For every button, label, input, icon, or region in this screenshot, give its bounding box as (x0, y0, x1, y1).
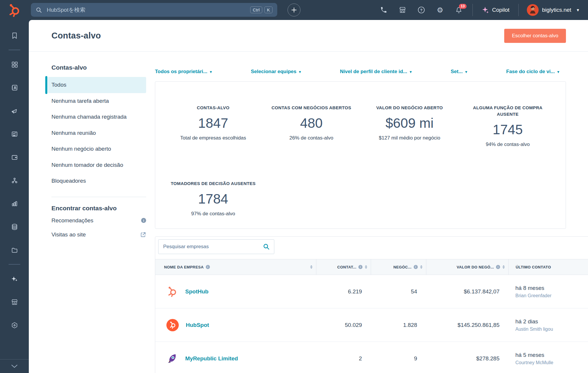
sidebar-item-nenhum-negocio[interactable]: Nenhum negócio aberto (48, 141, 146, 157)
global-search[interactable]: Ctrl K (31, 3, 277, 17)
sidebar-item-bloqueadores[interactable]: Bloqueadores (48, 173, 146, 189)
company-search-input[interactable] (163, 243, 263, 250)
list-item-label: Todos (51, 82, 66, 88)
notifications-button[interactable]: 13 (450, 6, 468, 14)
storefront-icon (11, 298, 18, 306)
stat-caption: 26% de contas-alvo (262, 135, 360, 141)
settings-button[interactable]: ⚙ (431, 6, 450, 14)
list-item-label: Recomendações (51, 217, 93, 224)
column-header-deals[interactable]: NEGÓC... i (371, 259, 426, 275)
create-button[interactable] (288, 4, 300, 16)
sort-toggle[interactable] (365, 265, 367, 269)
sidebar-item-content[interactable] (0, 122, 29, 146)
filter-label: Set... (451, 69, 463, 74)
chevron-down-icon: ▼ (576, 8, 580, 12)
calling-button[interactable] (374, 6, 393, 14)
divider (51, 197, 146, 197)
sidebar-item-nenhuma-tarefa[interactable]: Nenhuma tarefa aberta (48, 93, 146, 109)
sort-toggle[interactable] (502, 265, 505, 269)
sidebar-item-bookmarks[interactable] (0, 24, 29, 47)
selected-indicator-bar (45, 76, 47, 94)
sidebar-collapse-button[interactable] (0, 359, 29, 373)
search-shortcut: Ctrl K (250, 6, 273, 13)
sidebar-item-nenhuma-chamada[interactable]: Nenhuma chamada registrada (48, 109, 146, 125)
page-title: Contas-alvo (51, 31, 101, 41)
info-icon[interactable]: i (141, 218, 146, 223)
company-name-link[interactable]: HubSpot (186, 322, 209, 328)
deal-value-cell: $278.285 (426, 342, 508, 373)
sidebar-item-apps[interactable] (0, 314, 29, 337)
help-button[interactable]: ? (412, 6, 431, 14)
account-label: biglytics.net (542, 7, 571, 13)
info-icon[interactable]: i (414, 265, 418, 269)
external-link-icon (140, 232, 146, 238)
sidebar-item-marketing[interactable] (0, 99, 29, 122)
sidebar-item-marketplace[interactable] (0, 290, 29, 314)
filter-icp-dropdown[interactable]: Nível de perfil de cliente id...▼ (340, 69, 412, 75)
sidebar-item-recomendacoes[interactable]: Recomendações i (51, 214, 146, 228)
sidebar-item-nenhuma-reuniao[interactable]: Nenhuma reunião (48, 125, 146, 141)
top-navigation-bar: Ctrl K (0, 0, 588, 20)
column-header-company-name[interactable]: NOME DA EMPRESA i (155, 259, 316, 275)
sort-toggle[interactable] (310, 265, 313, 269)
keycap-k: K (264, 6, 273, 13)
table-row[interactable]: HubSpot 50.029 1.828 $145.250.861,85 há … (155, 308, 588, 342)
global-search-input[interactable] (46, 6, 250, 14)
sort-toggle[interactable] (420, 265, 422, 269)
sparkle-icon (11, 275, 18, 283)
copilot-button[interactable]: Copilot (477, 6, 514, 14)
column-label: ÚLTIMO CONTATO (516, 265, 551, 269)
last-contact-person: Courtney McMulle (515, 360, 553, 365)
filter-lifecycle-dropdown[interactable]: Fase do ciclo de vi...▼ (506, 69, 560, 75)
hubspot-logo[interactable] (7, 3, 22, 18)
filter-label: Todos os proprietári... (155, 69, 207, 74)
sidebar-item-data[interactable] (0, 215, 29, 238)
company-name-link[interactable]: SpotHub (185, 288, 208, 295)
account-menu[interactable]: biglytics.net ▼ (523, 4, 580, 16)
sidebar-item-ai[interactable] (0, 267, 29, 290)
sidebar-item-visitas-ao-site[interactable]: Visitas ao site (51, 228, 146, 242)
table-row[interactable]: SpotHub 6.219 54 $6.137.842,07 há 8 mese… (155, 275, 588, 308)
marketplace-button[interactable] (393, 6, 412, 14)
company-name-link[interactable]: MyRepublic Limited (185, 355, 238, 362)
last-contact-person: Austin Smith ligou (515, 327, 553, 332)
filter-owners-dropdown[interactable]: Todos os proprietári...▼ (155, 69, 213, 75)
stat-caption: Total de empresas escolhidas (164, 135, 262, 141)
filter-setor-dropdown[interactable]: Set...▼ (451, 69, 468, 75)
column-header-last-contact[interactable]: ÚLTIMO CONTATO (508, 259, 588, 275)
list-item-label: Nenhuma chamada registrada (51, 114, 127, 120)
info-icon[interactable]: i (358, 265, 363, 269)
column-header-contacts[interactable]: CONTAT... i (316, 259, 371, 275)
stat-title: ALGUMA FUNÇÃO DE COMPRA AUSENTE (464, 105, 552, 117)
sidebar-item-commerce[interactable] (0, 146, 29, 169)
stat-card-valor-negocio: VALOR DO NEGÓCIO ABERTO $609 mi $127 mil… (360, 105, 459, 159)
search-icon[interactable] (263, 243, 270, 250)
table-row[interactable]: MyRepublic Limited 2 9 $278.285 há 5 mes… (155, 342, 588, 373)
info-icon[interactable]: i (496, 265, 500, 269)
company-search[interactable] (158, 239, 274, 254)
column-label: NEGÓC... (393, 265, 412, 269)
column-header-deal-value[interactable]: VALOR DO NEGÓ... i (426, 259, 508, 275)
plus-icon (291, 7, 297, 13)
sidebar-item-todos[interactable]: Todos (48, 77, 146, 93)
bar-chart-icon (11, 200, 18, 207)
chevron-down-icon: ▼ (557, 70, 560, 74)
list-item-label: Bloqueadores (51, 178, 86, 184)
sidebar-item-reporting[interactable] (0, 192, 29, 215)
info-icon[interactable]: i (206, 265, 210, 269)
choose-target-accounts-button[interactable]: Escolher contas-alvo (504, 29, 566, 43)
sidebar-item-nenhum-tomador[interactable]: Nenhum tomador de decisão (48, 157, 146, 173)
filter-teams-dropdown[interactable]: Selecionar equipes▼ (251, 69, 302, 75)
target-accounts-sidebar: Contas-alvo Todos Nenhuma tarefa aberta … (29, 52, 155, 373)
svg-text:?: ? (420, 8, 422, 12)
sidebar-item-workspaces[interactable] (0, 53, 29, 76)
contacts-cell: 50.029 (316, 308, 371, 342)
myrepublic-logo (166, 353, 178, 364)
article-icon (11, 130, 18, 138)
sidebar-item-automations[interactable] (0, 169, 29, 192)
last-contact-time: há 8 meses (515, 285, 544, 291)
sidebar-item-library[interactable] (0, 238, 29, 262)
stat-card-tomadores-decisao: TOMADORES DE DECISÃO AUSENTES 1784 97% d… (164, 180, 262, 228)
wallet-icon (11, 154, 18, 161)
sidebar-item-crm[interactable] (0, 76, 29, 99)
